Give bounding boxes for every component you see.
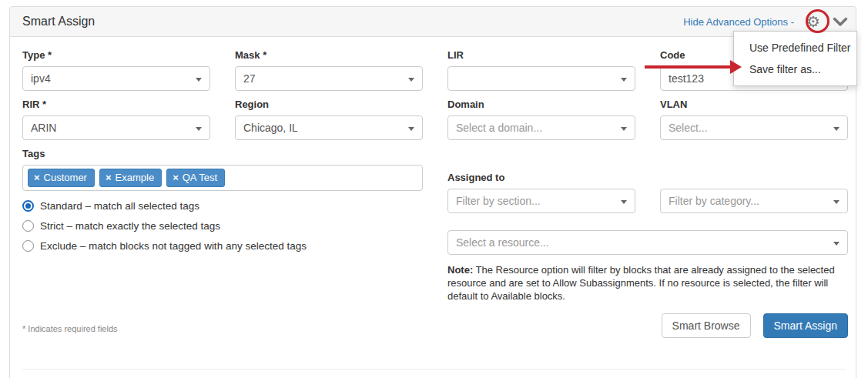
remove-tag-icon[interactable]: × [173, 172, 179, 183]
vlan-select[interactable]: Select... [660, 115, 848, 140]
resource-note: Note: The Resource option will filter by… [447, 263, 848, 303]
lir-field: LIR [447, 49, 635, 91]
chevron-down-icon[interactable] [833, 17, 848, 27]
assigned-to-section: Assigned to Filter by section... Fil [447, 172, 848, 255]
tag-chip-label: Customer [44, 172, 87, 183]
assigned-to-label: Assigned to [447, 172, 848, 183]
radio-standard[interactable]: Standard – match all selected tags [22, 200, 423, 212]
hide-advanced-options-link[interactable]: Hide Advanced Options - [683, 16, 794, 28]
vlan-field: VLAN Select... [660, 99, 848, 140]
select-resource-select[interactable]: Select a resource... [447, 230, 848, 255]
type-field: Type * ipv4 [22, 49, 210, 91]
action-buttons: Smart Browse Smart Assign [447, 313, 848, 338]
caret-down-icon [833, 127, 840, 131]
tag-chip-label: Example [116, 172, 155, 183]
caret-down-icon [833, 242, 840, 246]
remove-tag-icon[interactable]: × [106, 172, 112, 183]
radio-strict[interactable]: Strict – match exactly the selected tags [22, 220, 423, 232]
caret-down-icon [408, 78, 414, 82]
filter-by-category-select[interactable]: Filter by category... [660, 189, 848, 213]
form-right-column: LIR Code Domain [447, 49, 848, 338]
lir-select[interactable] [447, 66, 635, 91]
smart-assign-panel: Smart Assign Hide Advanced Options - ⚙︎ … [9, 6, 856, 378]
radio-exclude[interactable]: Exclude – match blocks not tagged with a… [22, 240, 423, 252]
menu-item-use-predefined-filter[interactable]: Use Predefined Filter [734, 37, 856, 59]
region-field: Region Chicago, IL [235, 99, 423, 140]
remove-tag-icon[interactable]: × [34, 172, 40, 183]
caret-down-icon [196, 78, 202, 82]
smart-assign-screen: Smart Assign Hide Advanced Options - ⚙︎ … [0, 0, 868, 378]
lir-label: LIR [447, 49, 635, 61]
mask-field: Mask * 27 [235, 49, 423, 91]
radio-button-icon[interactable] [22, 240, 34, 252]
panel-body: Type * ipv4 Mask * 27 [10, 37, 856, 350]
region-select[interactable]: Chicago, IL [235, 115, 423, 140]
rir-select[interactable]: ARIN [22, 115, 210, 140]
domain-label: Domain [447, 99, 635, 110]
caret-down-icon [621, 200, 627, 204]
panel-footer-divider [22, 369, 846, 370]
gear-dropdown-menu: Use Predefined Filter Save filter as... [733, 31, 857, 86]
mask-label: Mask * [235, 49, 423, 61]
domain-select[interactable]: Select a domain... [447, 115, 635, 140]
caret-down-icon [196, 127, 202, 131]
rir-label: RIR * [22, 99, 210, 110]
header-controls: Hide Advanced Options - ⚙︎ [683, 14, 848, 29]
tag-chip[interactable]: × QA Test [166, 169, 225, 187]
smart-browse-button[interactable]: Smart Browse [662, 313, 751, 338]
domain-field: Domain Select a domain... [447, 99, 635, 140]
tag-chip-label: QA Test [183, 172, 217, 183]
tag-match-mode-group: Standard – match all selected tags Stric… [22, 200, 423, 252]
mask-select[interactable]: 27 [235, 66, 423, 91]
radio-button-icon[interactable] [22, 220, 34, 232]
region-label: Region [235, 99, 423, 110]
radio-button-icon[interactable] [22, 200, 34, 212]
filter-by-section-select[interactable]: Filter by section... [447, 189, 635, 213]
caret-down-icon [833, 200, 840, 204]
required-fields-hint: * Indicates required fields [22, 324, 423, 333]
rir-field: RIR * ARIN [22, 99, 210, 140]
tags-input[interactable]: × Customer × Example × QA Test [22, 165, 423, 191]
caret-down-icon [408, 127, 414, 131]
type-label: Type * [22, 49, 210, 61]
page-title: Smart Assign [22, 15, 95, 28]
vlan-label: VLAN [660, 99, 848, 110]
tag-chip[interactable]: × Customer [28, 169, 95, 187]
type-select[interactable]: ipv4 [22, 66, 210, 91]
menu-item-save-filter-as[interactable]: Save filter as... [734, 59, 856, 80]
tag-chip[interactable]: × Example [99, 169, 162, 187]
tags-field: Tags × Customer × Example × [22, 148, 423, 191]
gear-icon[interactable]: ⚙︎ [803, 14, 823, 29]
smart-assign-button[interactable]: Smart Assign [763, 313, 848, 338]
panel-header: Smart Assign Hide Advanced Options - ⚙︎ [10, 7, 856, 37]
form-left-column: Type * ipv4 Mask * 27 [22, 49, 423, 338]
caret-down-icon [621, 127, 627, 131]
tags-label: Tags [22, 148, 423, 159]
caret-down-icon [621, 78, 627, 82]
